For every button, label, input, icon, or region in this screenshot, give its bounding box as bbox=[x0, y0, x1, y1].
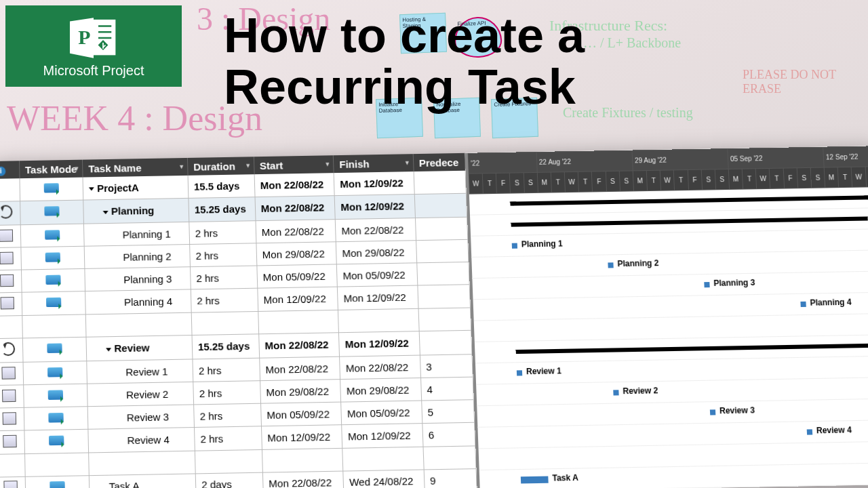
cell-duration[interactable]: 15.25 days bbox=[192, 333, 260, 359]
gantt-task-bar[interactable] bbox=[521, 476, 549, 484]
gantt-body[interactable]: ProjectAPlanning 1Planning 2Planning 3Pl… bbox=[469, 187, 868, 488]
cell-duration[interactable]: 2 hrs bbox=[193, 381, 261, 405]
gantt-task-bar[interactable] bbox=[704, 282, 709, 287]
cell-duration[interactable]: 2 hrs bbox=[190, 266, 257, 289]
dropdown-icon[interactable]: ▼ bbox=[324, 161, 330, 167]
auto-schedule-icon bbox=[45, 274, 60, 284]
cell-finish[interactable]: Mon 12/09/22 bbox=[334, 194, 415, 219]
cell-predecessors[interactable]: 3 bbox=[420, 354, 473, 378]
dropdown-icon[interactable]: ▼ bbox=[178, 163, 184, 170]
col-task-name[interactable]: Task Name▼ bbox=[83, 158, 188, 178]
cell-duration[interactable]: 2 hrs bbox=[190, 243, 257, 267]
cell-predecessors[interactable]: 9 bbox=[424, 468, 477, 488]
cell-start[interactable]: Mon 29/08/22 bbox=[260, 380, 340, 404]
col-start[interactable]: Start▼ bbox=[254, 155, 334, 174]
cell-duration[interactable]: 15.5 days bbox=[188, 174, 255, 198]
cell-start[interactable]: Mon 22/08/22 bbox=[255, 195, 336, 220]
cell-predecessors[interactable]: 5 bbox=[421, 400, 474, 424]
cell-predecessors[interactable]: 6 bbox=[422, 423, 475, 447]
cell-duration[interactable]: 2 hrs bbox=[191, 289, 258, 312]
cell-predecessors[interactable]: 4 bbox=[420, 377, 473, 401]
gantt-summary-bar[interactable] bbox=[511, 216, 868, 226]
cell-predecessors[interactable] bbox=[418, 285, 471, 308]
cell-task-name[interactable]: Planning 2 bbox=[84, 245, 190, 269]
gantt-task-bar[interactable] bbox=[613, 390, 618, 395]
cell-duration[interactable]: 2 hrs bbox=[193, 358, 260, 382]
col-indicator[interactable]: i bbox=[0, 161, 20, 179]
cell-finish[interactable]: Mon 12/09/22 bbox=[338, 285, 418, 309]
cell-finish[interactable]: Mon 12/09/22 bbox=[334, 171, 414, 195]
gantt-summary-bar[interactable] bbox=[510, 195, 868, 205]
cell-predecessors[interactable] bbox=[419, 330, 472, 355]
cell-start[interactable]: Mon 22/08/22 bbox=[258, 332, 339, 358]
cell-task-name[interactable]: Review 3 bbox=[87, 405, 194, 429]
cell-start[interactable]: Mon 22/08/22 bbox=[256, 220, 336, 243]
expander-icon[interactable] bbox=[89, 188, 94, 191]
cell-predecessors[interactable] bbox=[416, 262, 469, 286]
gantt-task-bar[interactable] bbox=[517, 370, 522, 375]
cell-start[interactable]: Mon 12/09/22 bbox=[258, 287, 338, 311]
cell-duration[interactable]: 2 hrs bbox=[194, 426, 262, 451]
timescale-day: T bbox=[865, 167, 868, 187]
cell-task-name[interactable]: Planning 1 bbox=[84, 222, 190, 246]
dropdown-icon[interactable]: ▼ bbox=[73, 165, 79, 172]
cell-finish[interactable]: Mon 12/09/22 bbox=[339, 331, 420, 357]
cell-start[interactable]: Mon 22/08/22 bbox=[259, 357, 340, 381]
gantt-task-bar[interactable] bbox=[800, 302, 806, 307]
cell-finish[interactable]: Mon 22/08/22 bbox=[340, 355, 420, 380]
cell-task-name[interactable]: Review bbox=[86, 335, 193, 361]
cell-task-name[interactable]: ProjectA bbox=[83, 176, 189, 200]
gantt-chart[interactable]: '22 22 Aug '22 29 Aug '22 05 Sep '22 12 … bbox=[465, 146, 868, 488]
expander-icon[interactable] bbox=[106, 348, 111, 351]
cell-duration[interactable]: 2 days bbox=[195, 472, 263, 488]
dropdown-icon[interactable]: ▼ bbox=[245, 162, 251, 169]
gantt-task-bar[interactable] bbox=[608, 262, 613, 268]
gantt-task-bar[interactable] bbox=[807, 429, 812, 434]
cell-task-name[interactable]: Planning bbox=[83, 198, 189, 224]
headline-line1: How to create a bbox=[224, 10, 854, 62]
dropdown-icon[interactable]: ▼ bbox=[404, 159, 410, 166]
auto-schedule-icon bbox=[44, 207, 59, 216]
cell-duration[interactable]: 2 hrs bbox=[194, 404, 262, 428]
cell-task-name[interactable]: Task A bbox=[90, 474, 196, 488]
cell-start[interactable]: Mon 22/08/22 bbox=[254, 173, 334, 197]
cell-finish[interactable]: Mon 12/09/22 bbox=[342, 424, 423, 448]
col-duration[interactable]: Duration▼ bbox=[187, 157, 254, 176]
col-predecessors[interactable]: Predece bbox=[413, 153, 465, 171]
task-grid[interactable]: i Task Mode▼ Task Name▼ Duration▼ Start▼… bbox=[0, 153, 477, 488]
cell-finish[interactable]: Mon 22/08/22 bbox=[335, 218, 416, 242]
cell-task-name[interactable]: Planning 3 bbox=[85, 267, 191, 291]
cell-predecessors[interactable] bbox=[414, 193, 467, 218]
cell-task-name[interactable]: Review 2 bbox=[87, 382, 194, 407]
timescale-week: 12 Sep '22 bbox=[823, 146, 868, 167]
cell-finish[interactable]: Mon 29/08/22 bbox=[336, 241, 416, 264]
cell-start[interactable]: Mon 05/09/22 bbox=[260, 402, 342, 426]
col-task-mode[interactable]: Task Mode▼ bbox=[19, 160, 83, 179]
gantt-task-bar[interactable] bbox=[710, 409, 715, 415]
cell-finish[interactable]: Mon 05/09/22 bbox=[337, 263, 418, 287]
cell-predecessors[interactable] bbox=[415, 217, 468, 241]
cell-finish[interactable]: Mon 05/09/22 bbox=[341, 401, 422, 425]
timescale-day: T bbox=[646, 170, 660, 190]
gantt-bar-label: Planning 2 bbox=[617, 258, 659, 268]
cell-finish[interactable]: Mon 29/08/22 bbox=[340, 378, 422, 403]
cell-finish[interactable]: Wed 24/08/22 bbox=[343, 470, 425, 488]
cell-start[interactable]: Mon 29/08/22 bbox=[256, 242, 337, 266]
cell-start[interactable]: Mon 05/09/22 bbox=[257, 264, 338, 288]
cell-start[interactable]: Mon 22/08/22 bbox=[262, 471, 344, 488]
auto-schedule-icon bbox=[45, 252, 60, 262]
cell-start[interactable]: Mon 12/09/22 bbox=[261, 425, 342, 449]
cell-predecessors[interactable] bbox=[414, 171, 467, 194]
gantt-summary-bar[interactable] bbox=[516, 344, 868, 354]
cell-task-name[interactable]: Review 4 bbox=[88, 428, 195, 453]
col-finish[interactable]: Finish▼ bbox=[334, 154, 414, 173]
cell-duration[interactable]: 15.25 days bbox=[189, 197, 256, 222]
cell-task-name[interactable]: Planning 4 bbox=[85, 289, 191, 314]
project-window: i Task Mode▼ Task Name▼ Duration▼ Start▼… bbox=[0, 146, 868, 488]
cell-predecessors[interactable] bbox=[416, 239, 469, 263]
cell-duration[interactable]: 2 hrs bbox=[189, 221, 256, 245]
expander-icon[interactable] bbox=[103, 211, 108, 214]
gantt-task-bar[interactable] bbox=[512, 243, 517, 249]
timescale-day: M bbox=[633, 171, 647, 191]
cell-task-name[interactable]: Review 1 bbox=[87, 359, 193, 384]
